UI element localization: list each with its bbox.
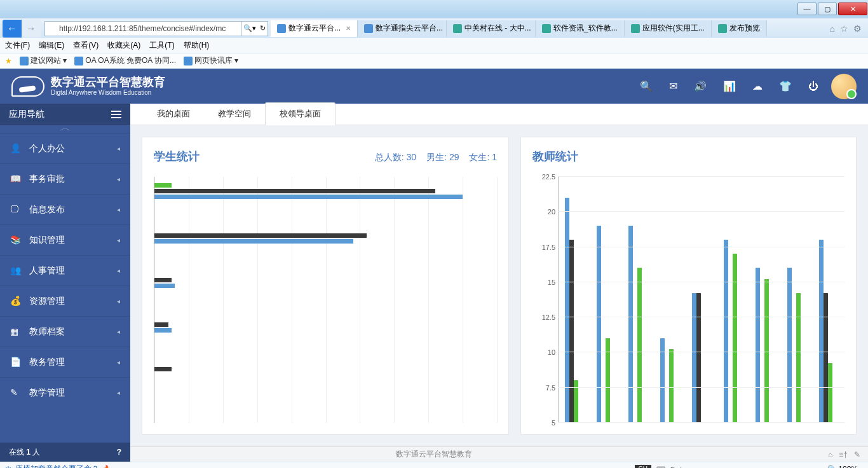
book-icon: 📖 xyxy=(10,174,22,185)
student-stats-panel: 学生统计 总人数: 30 男生: 29 女生: 1 xyxy=(142,137,509,435)
bar-segment xyxy=(154,367,172,371)
bookmark-bar: ★ 建议网站 ▾OA OA系统 免费OA 协同...网页快讯库 ▾ xyxy=(0,53,868,69)
sidebar-item[interactable]: 📚知识管理◂ xyxy=(0,224,130,255)
window-minimize-button[interactable]: — xyxy=(797,3,817,15)
home-icon[interactable]: ⌂ xyxy=(830,24,835,34)
menu-item[interactable]: 工具(T) xyxy=(149,40,174,51)
grid-icon: ▦ xyxy=(10,326,22,338)
user-avatar[interactable] xyxy=(831,74,857,99)
footer-feather-icon[interactable]: ✎ xyxy=(854,450,860,459)
footer-text: 数字通云平台智慧教育 xyxy=(396,449,472,460)
bar-segment xyxy=(154,239,353,244)
status-hotlink[interactable]: 座椅加套竟然会要了命？ xyxy=(15,464,99,468)
chevron-left-icon: ◂ xyxy=(117,328,120,335)
menu-item[interactable]: 编辑(E) xyxy=(39,40,64,51)
search-dropdown-icon[interactable]: 🔍▾ xyxy=(243,24,256,32)
bar-group xyxy=(660,177,674,422)
sidebar-item[interactable]: ▦教师档案◂ xyxy=(0,316,130,347)
chevron-left-icon: ◂ xyxy=(117,176,120,182)
bar xyxy=(756,268,760,422)
browser-tab[interactable]: 数字通指尖云平台... xyxy=(358,20,447,37)
nav-forward-button[interactable]: → xyxy=(22,20,41,38)
window-maximize-button[interactable]: ▢ xyxy=(818,3,837,15)
browser-statusbar: ✲ 座椅加套竟然会要了命？ 🔥 CH ⌨ ◐ ⁝ ▾ 🔍 100% ▾ xyxy=(0,462,868,468)
student-panel-title: 学生统计 xyxy=(154,149,200,164)
sidebar-collapse-icon[interactable]: ︿ xyxy=(0,125,130,133)
url-input[interactable]: http://192.168.1.211:85/theme/concise#/i… xyxy=(44,21,241,36)
browser-tab[interactable]: 数字通云平台...✕ xyxy=(271,20,358,37)
books-icon: 📚 xyxy=(10,235,22,246)
url-actions[interactable]: 🔍▾ ↻ xyxy=(241,21,268,36)
browser-tabs: 数字通云平台...✕数字通指尖云平台...中关村在线 - 大中...软件资讯_软… xyxy=(271,20,824,37)
sound-icon[interactable]: 🔊 xyxy=(694,80,707,92)
ime-indicator[interactable]: CH xyxy=(635,465,651,468)
gear-icon[interactable]: ⚙ xyxy=(853,24,862,34)
flame-icon: 🔥 xyxy=(102,465,111,469)
browser-tab[interactable]: 应用软件(实用工... xyxy=(625,20,712,37)
app-logo[interactable]: 数字通云平台智慧教育 Digtal Anywhere Wisdom Educat… xyxy=(11,76,165,97)
bar-segment xyxy=(154,278,172,282)
sidebar-item[interactable]: ✎教学管理◂ xyxy=(0,377,130,408)
bar xyxy=(628,226,633,422)
status-spinner-icon: ✲ xyxy=(5,465,11,469)
window-close-button[interactable]: ✕ xyxy=(838,3,867,15)
menu-item[interactable]: 收藏夹(A) xyxy=(107,40,140,51)
sidebar-item[interactable]: 👥人事管理◂ xyxy=(0,255,130,286)
bar-group xyxy=(724,177,737,422)
bar xyxy=(597,226,601,422)
power-icon[interactable]: ⏻ xyxy=(808,81,818,92)
browser-menubar: 文件(F)编辑(E)查看(V)收藏夹(A)工具(T)帮助(H) xyxy=(0,38,868,53)
favorites-star-icon[interactable]: ★ xyxy=(5,57,12,65)
bookmark-item[interactable]: OA OA系统 免费OA 协同... xyxy=(74,55,176,66)
sidebar-item-label: 教师档案 xyxy=(29,326,65,338)
help-icon[interactable]: ? xyxy=(117,448,121,457)
bar-segment xyxy=(154,189,435,193)
shirt-icon[interactable]: 👕 xyxy=(779,80,792,92)
sitemap-icon[interactable]: 📊 xyxy=(723,80,736,92)
sidebar-item-label: 事务审批 xyxy=(29,174,65,185)
content-tab[interactable]: 校领导桌面 xyxy=(265,102,336,125)
chevron-left-icon: ◂ xyxy=(117,206,120,213)
chevron-left-icon: ◂ xyxy=(117,389,120,396)
menu-item[interactable]: 文件(F) xyxy=(5,40,30,51)
bar-segment xyxy=(154,284,175,288)
footer-home-icon[interactable]: ⌂ xyxy=(828,450,832,459)
sidebar-item[interactable]: 🖵信息发布◂ xyxy=(0,194,130,224)
content-tab[interactable]: 教学空间 xyxy=(204,103,265,125)
bar xyxy=(637,268,642,422)
sidebar-item-label: 人事管理 xyxy=(29,265,65,277)
menu-item[interactable]: 查看(V) xyxy=(73,40,98,51)
sidebar-item[interactable]: 📄教务管理◂ xyxy=(0,347,130,377)
menu-item[interactable]: 帮助(H) xyxy=(184,40,210,51)
teacher-chart: 57.51012.51517.52022.5 xyxy=(532,177,844,423)
star-icon[interactable]: ☆ xyxy=(840,24,848,34)
browser-tab[interactable]: 发布预览 xyxy=(712,20,767,37)
bookmark-item[interactable]: 建议网站 ▾ xyxy=(20,55,67,66)
browser-tab[interactable]: 中关村在线 - 大中... xyxy=(447,20,536,37)
content-footer: 数字通云平台智慧教育 ⌂ ≡† ✎ xyxy=(130,446,868,462)
bar xyxy=(606,338,610,422)
cloud-icon[interactable]: ☁ xyxy=(752,80,763,92)
bar xyxy=(787,268,792,422)
cloud-logo-icon xyxy=(11,76,44,97)
bar-group xyxy=(565,177,578,422)
footer-list-icon[interactable]: ≡† xyxy=(839,450,848,459)
bookmark-item[interactable]: 网页快讯库 ▾ xyxy=(184,55,238,66)
zoom-control[interactable]: 🔍 100% ▾ xyxy=(827,465,863,469)
nav-back-button[interactable]: ← xyxy=(3,20,22,38)
sidebar-item[interactable]: 💰资源管理◂ xyxy=(0,286,130,316)
sidebar-item[interactable]: 📖事务审批◂ xyxy=(0,163,130,194)
hamburger-icon[interactable] xyxy=(111,111,121,118)
search-icon[interactable]: 🔍 xyxy=(640,80,653,92)
bar xyxy=(733,254,737,422)
bar-segment xyxy=(154,183,172,188)
bar xyxy=(796,293,801,422)
sidebar-item[interactable]: 👤个人办公◂ xyxy=(0,133,130,163)
content-tab[interactable]: 我的桌面 xyxy=(143,103,204,125)
sidebar-item-label: 教学管理 xyxy=(29,387,65,399)
refresh-icon[interactable]: ↻ xyxy=(260,24,266,32)
mail-icon[interactable]: ✉ xyxy=(669,80,677,92)
browser-tab[interactable]: 软件资讯_软件教... xyxy=(536,20,625,37)
sidebar-item-label: 教务管理 xyxy=(29,357,65,368)
ime-icons[interactable]: ⌨ ◐ ⁝ ▾ xyxy=(656,465,690,468)
